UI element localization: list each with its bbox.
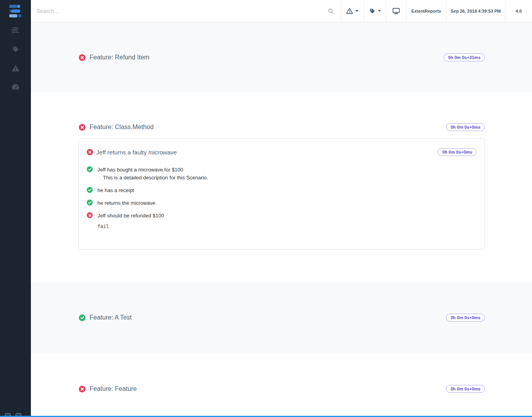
feature-section: Feature: Refund Item 0h 0m 0s+31ms xyxy=(31,22,532,92)
warning-icon xyxy=(346,8,353,14)
search-input[interactable] xyxy=(36,8,307,14)
duration-badge: 0h 0m 0s+0ms xyxy=(438,148,477,156)
feature-title: Feature: Feature xyxy=(90,385,446,392)
feature-title: Feature: A Test xyxy=(90,314,446,321)
theme-toggle-icon xyxy=(5,413,11,416)
search-area xyxy=(31,0,321,22)
fail-status-icon xyxy=(79,386,86,392)
search-button[interactable] xyxy=(321,0,341,22)
sidebar-item-exceptions[interactable] xyxy=(8,63,23,74)
fail-status-icon xyxy=(87,149,93,155)
left-sidebar xyxy=(0,22,31,416)
sidebar-footer-icons[interactable] xyxy=(0,413,31,416)
duration-badge: 0h 0m 0s+0ms xyxy=(446,314,485,322)
pass-status-icon xyxy=(87,187,93,193)
pass-status-icon xyxy=(87,200,93,206)
tag-filter-dropdown[interactable] xyxy=(364,0,386,22)
report-version: 4.0 xyxy=(505,0,532,22)
tag-icon xyxy=(369,8,376,14)
feature-section: Feature: Feature 0h 0m 0s+0ms xyxy=(31,354,532,416)
step-text: he returns the microwave xyxy=(97,200,155,206)
monitor-icon xyxy=(393,8,400,14)
dashboard-toggle-button[interactable] xyxy=(386,0,406,22)
step-row: he returns the microwave xyxy=(87,200,477,206)
sidebar-item-categories[interactable] xyxy=(8,44,23,55)
duration-badge: 0h 0m 0s+0ms xyxy=(446,385,485,393)
pass-status-icon xyxy=(79,314,86,321)
step-row: Jeff has bought a microwave for $100 Thi… xyxy=(87,166,477,181)
report-body: Feature: Refund Item 0h 0m 0s+31ms Featu… xyxy=(31,22,532,416)
scenario-header[interactable]: Jeff returns a faulty microwave 0h 0m 0s… xyxy=(87,148,477,156)
step-row: he has a receipt xyxy=(87,187,477,193)
pass-status-icon xyxy=(87,166,93,172)
test-list-icon xyxy=(11,27,19,35)
chevron-down-icon xyxy=(355,10,358,12)
chevron-down-icon xyxy=(378,10,381,12)
settings-icon xyxy=(15,413,21,416)
step-list: Jeff has bought a microwave for $100 Thi… xyxy=(87,166,477,229)
duration-badge: 0h 0m 0s+31ms xyxy=(444,53,485,61)
tag-icon xyxy=(12,46,19,55)
fail-status-icon xyxy=(79,124,86,131)
extent-logo-icon xyxy=(9,4,22,18)
feature-row[interactable]: Feature: Refund Item 0h 0m 0s+31ms xyxy=(31,22,532,61)
report-name: ExtentReports xyxy=(406,0,446,22)
duration-badge: 0h 0m 0s+0ms xyxy=(446,123,485,131)
step-text: he has a receipt xyxy=(97,187,134,193)
sidebar-item-dashboard[interactable] xyxy=(8,82,23,93)
step-text: Jeff has bought a microwave for $100 xyxy=(97,167,208,173)
feature-section: Feature: Class.Method 0h 0m 0s+0ms Jeff … xyxy=(31,92,532,282)
search-icon xyxy=(328,8,334,14)
feature-row[interactable]: Feature: A Test 0h 0m 0s+0ms xyxy=(31,282,532,322)
report-timestamp: Sep 26, 2018 4:39:53 PM xyxy=(446,0,505,22)
feature-title: Feature: Refund Item xyxy=(90,54,444,61)
step-text-block: Jeff has bought a microwave for $100 Thi… xyxy=(97,166,208,181)
warning-icon xyxy=(11,65,20,73)
fail-status-icon xyxy=(87,212,93,218)
step-description: This is a detailed description for this … xyxy=(97,175,208,181)
scenario-card: Jeff returns a faulty microwave 0h 0m 0s… xyxy=(78,138,485,249)
step-row: Jeff should be refunded $100 xyxy=(87,212,477,219)
step-log: fail xyxy=(97,224,477,229)
feature-row[interactable]: Feature: Class.Method 0h 0m 0s+0ms xyxy=(31,92,532,131)
fail-status-icon xyxy=(79,54,86,61)
navbar-right: ExtentReports Sep 26, 2018 4:39:53 PM 4.… xyxy=(321,0,532,22)
scenario-title: Jeff returns a faulty microwave xyxy=(96,149,438,156)
feature-row[interactable]: Feature: Feature 0h 0m 0s+0ms xyxy=(31,354,532,393)
sidebar-item-tests[interactable] xyxy=(8,25,23,36)
gauge-icon xyxy=(11,84,19,92)
feature-title: Feature: Class.Method xyxy=(90,124,446,131)
feature-section: Feature: A Test 0h 0m 0s+0ms xyxy=(31,282,532,354)
status-filter-dropdown[interactable] xyxy=(341,0,364,22)
app-logo[interactable] xyxy=(0,0,31,22)
top-navbar: ExtentReports Sep 26, 2018 4:39:53 PM 4.… xyxy=(0,0,532,22)
step-text: Jeff should be refunded $100 xyxy=(97,212,164,219)
